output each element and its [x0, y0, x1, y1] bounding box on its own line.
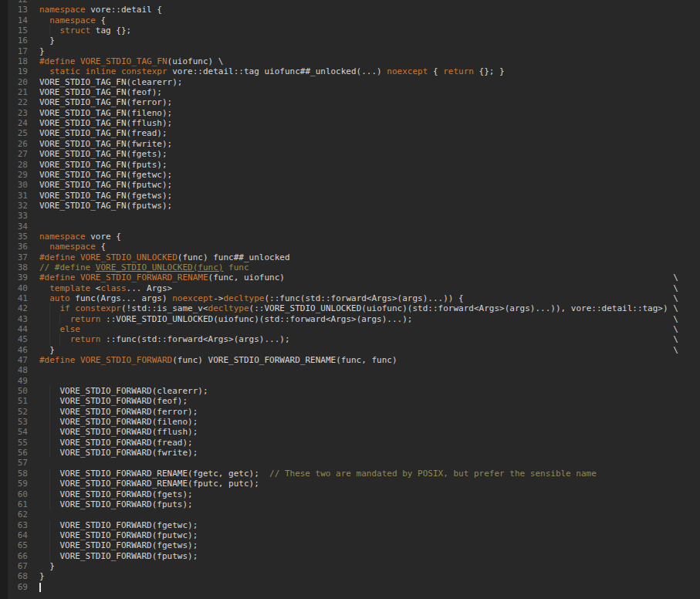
code-line[interactable]: 51 VORE_STDIO_FORWARD(feof); — [0, 396, 700, 406]
code-line[interactable]: 61 VORE_STDIO_FORWARD(fputs); — [0, 499, 700, 509]
code-line[interactable]: 36 namespace { — [0, 242, 700, 252]
code-line[interactable]: 45 return ::func(std::forward<Args>(args… — [0, 334, 700, 344]
code-line[interactable]: 55 VORE_STDIO_FORWARD(fread); — [0, 438, 700, 448]
code-line[interactable]: 25VORE_STDIO_TAG_FN(fread); — [0, 128, 700, 138]
code-text: namespace vore { — [39, 232, 121, 242]
code-line[interactable]: 47#define VORE_STDIO_FORWARD(func) VORE_… — [0, 355, 700, 365]
code-segment: VORE_STDIO_FORWARD(fputs); — [39, 499, 193, 509]
code-line[interactable]: 21VORE_STDIO_TAG_FN(feof); — [0, 87, 700, 97]
code-line[interactable]: 52 VORE_STDIO_FORWARD(ferror); — [0, 407, 700, 417]
code-segment: decltype — [223, 293, 264, 303]
code-text: struct tag {}; — [39, 25, 131, 36]
code-line[interactable]: 34 — [0, 222, 700, 232]
code-text: static inline constexpr vore::detail::ta… — [39, 66, 505, 76]
code-segment: } — [39, 36, 55, 46]
code-segment: VORE_STDIO_UNLOCKED(func) — [96, 262, 224, 272]
code-line[interactable]: 14 namespace { — [0, 15, 700, 25]
code-line[interactable]: 22VORE_STDIO_TAG_FN(ferror); — [0, 97, 700, 107]
code-segment: VORE_STDIO_TAG_FN(fflush); — [39, 118, 172, 128]
code-line[interactable]: 33 — [0, 211, 700, 221]
code-line[interactable]: 50 VORE_STDIO_FORWARD(clearerr); — [0, 386, 700, 396]
code-line[interactable]: 65 VORE_STDIO_FORWARD(fgetws); — [0, 540, 700, 550]
code-text: VORE_STDIO_FORWARD(clearerr); — [39, 386, 208, 396]
code-text: VORE_STDIO_FORWARD(feof); — [39, 396, 188, 406]
code-segment: (func) func##_unlocked — [178, 252, 290, 262]
code-line[interactable]: 54 VORE_STDIO_FORWARD(fflush); — [0, 427, 700, 437]
code-segment: VORE_STDIO_FORWARD(fileno); — [39, 417, 198, 427]
code-line[interactable]: 53 VORE_STDIO_FORWARD(fileno); — [0, 417, 700, 427]
code-line[interactable]: 63 VORE_STDIO_FORWARD(fgetwc); — [0, 520, 700, 530]
indent-guide — [49, 417, 50, 427]
code-line[interactable]: 39#define VORE_STDIO_FORWARD_RENAME(func… — [0, 272, 700, 283]
code-text: VORE_STDIO_FORWARD(fgets); — [39, 489, 193, 499]
code-line[interactable]: 17} — [0, 46, 700, 56]
code-text: VORE_STDIO_TAG_FN(fputs); — [39, 160, 167, 170]
code-line[interactable]: 24VORE_STDIO_TAG_FN(fflush); — [0, 118, 700, 128]
code-segment: decltype — [208, 303, 249, 313]
code-segment: VORE_STDIO_FORWARD(ferror); — [39, 407, 198, 417]
code-line[interactable]: 20VORE_STDIO_TAG_FN(clearerr); — [0, 77, 700, 87]
code-line[interactable]: 49 — [0, 376, 700, 386]
code-text: VORE_STDIO_TAG_FN(fgets); — [39, 149, 167, 159]
code-line[interactable]: 38// #define VORE_STDIO_UNLOCKED(func) f… — [0, 262, 700, 272]
code-line[interactable]: 44 else \ — [0, 324, 700, 334]
code-text: VORE_STDIO_TAG_FN(ferror); — [39, 97, 172, 107]
code-segment: < — [90, 283, 100, 293]
code-line[interactable]: 68} — [0, 571, 700, 581]
code-text: namespace vore::detail { — [39, 5, 162, 15]
code-line[interactable]: 29VORE_STDIO_TAG_FN(fgetwc); — [0, 170, 700, 180]
code-text: #define VORE_STDIO_FORWARD_RENAME(func, … — [39, 272, 678, 283]
code-segment: VORE_STDIO_FORWARD_RENAME(fputc, putc); — [39, 479, 259, 489]
code-line[interactable]: 37#define VORE_STDIO_UNLOCKED(func) func… — [0, 252, 700, 262]
code-segment: return — [443, 66, 474, 76]
code-line[interactable]: 67 } — [0, 561, 700, 571]
code-lines: 1213namespace vore::detail {14 namespace… — [0, 0, 700, 592]
code-line[interactable]: 19 static inline constexpr vore::detail:… — [0, 66, 700, 76]
code-line[interactable]: 32VORE_STDIO_TAG_FN(fputws); — [0, 201, 700, 211]
code-line[interactable]: 41 auto func(Args... args) noexcept->dec… — [0, 293, 700, 303]
code-segment: VORE_STDIO_FORWARD(fputwc); — [39, 530, 198, 540]
code-segment: VORE_STDIO_FORWARD(clearerr); — [39, 386, 208, 396]
code-line[interactable]: 31VORE_STDIO_TAG_FN(fgetws); — [0, 191, 700, 201]
code-line[interactable]: 16 } — [0, 36, 700, 46]
code-line[interactable]: 56 VORE_STDIO_FORWARD(fwrite); — [0, 448, 700, 458]
code-segment: VORE_STDIO_TAG_FN(fputs); — [39, 160, 167, 170]
code-editor[interactable]: 1213namespace vore::detail {14 namespace… — [0, 0, 700, 599]
code-line[interactable]: 23VORE_STDIO_TAG_FN(fileno); — [0, 108, 700, 118]
code-line[interactable]: 48 — [0, 365, 700, 375]
code-text: VORE_STDIO_FORWARD(ferror); — [39, 407, 198, 417]
indent-guide — [49, 448, 50, 458]
code-line[interactable]: 59 VORE_STDIO_FORWARD_RENAME(fputc, putc… — [0, 479, 700, 489]
code-text: VORE_STDIO_FORWARD_RENAME(fgetc, getc); … — [39, 469, 597, 479]
code-segment — [39, 314, 70, 324]
code-line[interactable]: 42 if constexpr(!std::is_same_v<decltype… — [0, 303, 700, 313]
code-text: else \ — [39, 324, 678, 334]
code-text: #define VORE_STDIO_UNLOCKED(func) func##… — [39, 252, 290, 262]
code-line[interactable]: 35namespace vore { — [0, 232, 700, 242]
code-segment: VORE_STDIO_TAG_FN(fputws); — [39, 201, 172, 211]
code-line[interactable]: 64 VORE_STDIO_FORWARD(fputwc); — [0, 530, 700, 540]
code-line[interactable]: 66 VORE_STDIO_FORWARD(fputws); — [0, 551, 700, 561]
code-segment: VORE_STDIO_FORWARD(fgets); — [39, 489, 193, 499]
code-segment: VORE_STDIO_FORWARD(fgetws); — [39, 540, 198, 550]
code-line[interactable]: 13namespace vore::detail { — [0, 5, 700, 15]
code-line[interactable]: 26VORE_STDIO_TAG_FN(fwrite); — [0, 139, 700, 149]
code-line[interactable]: 30VORE_STDIO_TAG_FN(fputwc); — [0, 180, 700, 190]
code-segment: (::func(std::forward<Args>(args)...)) { — [264, 293, 463, 303]
code-line[interactable]: 69 — [0, 582, 700, 592]
code-line[interactable]: 62 — [0, 509, 700, 519]
code-segment — [39, 66, 49, 76]
code-line[interactable]: 57 — [0, 458, 700, 468]
code-line[interactable]: 46 } \ — [0, 345, 700, 355]
code-segment: -> — [213, 293, 223, 303]
code-line[interactable]: 28VORE_STDIO_TAG_FN(fputs); — [0, 160, 700, 170]
code-line[interactable]: 60 VORE_STDIO_FORWARD(fgets); — [0, 489, 700, 499]
code-line[interactable]: 15 struct tag {}; — [0, 25, 700, 36]
code-line[interactable]: 40 template <class... Args> \ — [0, 283, 700, 293]
code-line[interactable]: 27VORE_STDIO_TAG_FN(fgets); — [0, 149, 700, 159]
code-segment: auto — [49, 293, 70, 303]
code-line[interactable]: 58 VORE_STDIO_FORWARD_RENAME(fgetc, getc… — [0, 469, 700, 479]
code-line[interactable]: 18#define VORE_STDIO_TAG_FN(uiofunc) \ — [0, 56, 700, 66]
code-line[interactable]: 43 return ::VORE_STDIO_UNLOCKED(uiofunc)… — [0, 314, 700, 324]
code-segment: VORE_STDIO_TAG_FN(fileno); — [39, 108, 172, 118]
